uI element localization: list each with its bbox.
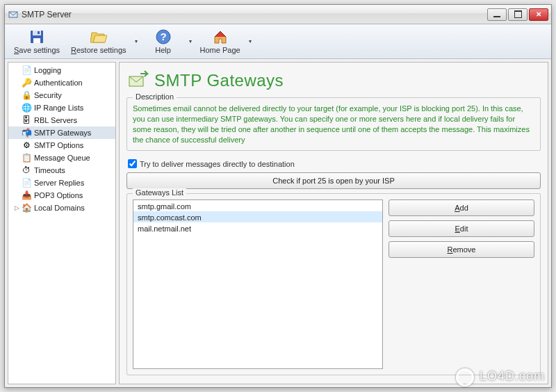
sidebar-item-security[interactable]: 🔒Security bbox=[8, 89, 115, 101]
gateways-group: Gateways List smtp.gmail.com smtp.comcas… bbox=[126, 193, 541, 375]
sidebar-item-smtp-gateways[interactable]: 📬SMTP Gateways bbox=[8, 126, 115, 139]
description-group: Description Sometimes email cannot be de… bbox=[126, 97, 541, 151]
svg-rect-3 bbox=[33, 38, 40, 43]
toolbar: Save settings Restore settings ▾ ? Help … bbox=[5, 24, 551, 59]
gateways-layout: smtp.gmail.com smtp.comcast.com mail.net… bbox=[133, 199, 534, 369]
sidebar-item-local-domains[interactable]: ▷🏠Local Domains bbox=[8, 202, 115, 214]
restore-settings-button[interactable]: Restore settings bbox=[66, 26, 131, 57]
globe-icon: 🌐 bbox=[21, 102, 32, 113]
queue-icon: 📋 bbox=[21, 152, 32, 163]
lock-icon: 🔒 bbox=[21, 90, 32, 101]
save-settings-button[interactable]: Save settings bbox=[9, 26, 65, 57]
content-panel: SMTP Gateways Description Sometimes emai… bbox=[119, 62, 548, 384]
sidebar-item-server-replies[interactable]: 📄Server Replies bbox=[8, 177, 115, 189]
sidebar-item-smtp-options[interactable]: ⚙SMTP Options bbox=[8, 139, 115, 152]
window-controls bbox=[487, 8, 548, 21]
save-label: Save settings bbox=[14, 46, 60, 54]
sidebar-item-timeouts[interactable]: ⏱Timeouts bbox=[8, 164, 115, 177]
check-port-button[interactable]: Check if port 25 is open by your ISP bbox=[126, 172, 541, 189]
page-title: SMTP Gateways bbox=[154, 71, 284, 90]
help-label: Help bbox=[155, 46, 171, 54]
sidebar-item-authentication[interactable]: 🔑Authentication bbox=[8, 76, 115, 89]
close-button[interactable] bbox=[529, 8, 548, 21]
page-icon bbox=[126, 70, 149, 92]
save-icon bbox=[28, 28, 45, 45]
edit-button[interactable]: Edit bbox=[389, 220, 534, 237]
reply-icon: 📄 bbox=[21, 177, 32, 188]
folder-open-icon bbox=[90, 28, 107, 45]
home-dropdown[interactable]: ▾ bbox=[247, 26, 254, 57]
domains-icon: 🏠 bbox=[21, 202, 32, 213]
application-window: SMTP Server Save settings Restore settin… bbox=[4, 4, 552, 388]
sidebar-item-pop3[interactable]: 📥POP3 Options bbox=[8, 189, 115, 202]
clock-icon: ⏱ bbox=[21, 165, 32, 176]
logging-icon: 📄 bbox=[21, 65, 32, 76]
sidebar-item-ip-range[interactable]: 🌐IP Range Lists bbox=[8, 101, 115, 114]
sidebar-item-message-queue[interactable]: 📋Message Queue bbox=[8, 152, 115, 164]
direct-delivery-checkbox[interactable] bbox=[128, 159, 137, 168]
svg-rect-2 bbox=[33, 31, 41, 35]
gear-icon: ⚙ bbox=[21, 140, 32, 151]
gateway-item[interactable]: mail.netmail.net bbox=[133, 222, 382, 234]
restore-dropdown[interactable]: ▾ bbox=[133, 26, 140, 57]
app-icon bbox=[8, 9, 19, 20]
mail-forward-icon: 📬 bbox=[21, 127, 32, 138]
gateways-listbox[interactable]: smtp.gmail.com smtp.comcast.com mail.net… bbox=[133, 199, 383, 369]
description-label: Description bbox=[133, 92, 177, 101]
sidebar-item-logging[interactable]: 📄Logging bbox=[8, 64, 115, 76]
gateway-buttons: Add Edit Remove bbox=[389, 199, 534, 369]
gateways-list-label: Gateways List bbox=[133, 188, 186, 197]
help-icon: ? bbox=[155, 28, 172, 45]
maximize-button[interactable] bbox=[508, 8, 528, 21]
window-title: SMTP Server bbox=[22, 10, 487, 19]
gateway-item[interactable]: smtp.gmail.com bbox=[133, 200, 382, 211]
description-text: Sometimes email cannot be delivered dire… bbox=[133, 104, 534, 145]
svg-text:?: ? bbox=[160, 31, 166, 42]
key-icon: 🔑 bbox=[21, 77, 32, 88]
home-icon bbox=[212, 28, 229, 45]
server-icon: 🗄 bbox=[21, 115, 32, 126]
expand-icon[interactable]: ▷ bbox=[13, 204, 21, 211]
svg-rect-4 bbox=[38, 31, 40, 34]
direct-delivery-label[interactable]: Try to deliver messages directly to dest… bbox=[140, 160, 295, 168]
inbox-icon: 📥 bbox=[21, 190, 32, 201]
add-button[interactable]: Add bbox=[389, 199, 534, 216]
titlebar: SMTP Server bbox=[5, 5, 551, 24]
sidebar-item-rbl[interactable]: 🗄RBL Servers bbox=[8, 114, 115, 126]
minimize-button[interactable] bbox=[487, 8, 507, 21]
gateway-item[interactable]: smtp.comcast.com bbox=[133, 211, 382, 222]
home-page-button[interactable]: Home Page bbox=[195, 26, 245, 57]
remove-button[interactable]: Remove bbox=[389, 241, 534, 258]
direct-delivery-row: Try to deliver messages directly to dest… bbox=[126, 155, 541, 172]
page-header: SMTP Gateways bbox=[126, 67, 541, 97]
home-label: Home Page bbox=[200, 46, 240, 54]
help-dropdown[interactable]: ▾ bbox=[187, 26, 194, 57]
restore-label: Restore settings bbox=[71, 46, 126, 54]
main-area: 📄Logging 🔑Authentication 🔒Security 🌐IP R… bbox=[5, 59, 551, 387]
sidebar: 📄Logging 🔑Authentication 🔒Security 🌐IP R… bbox=[8, 62, 116, 384]
help-button[interactable]: ? Help bbox=[141, 26, 186, 57]
